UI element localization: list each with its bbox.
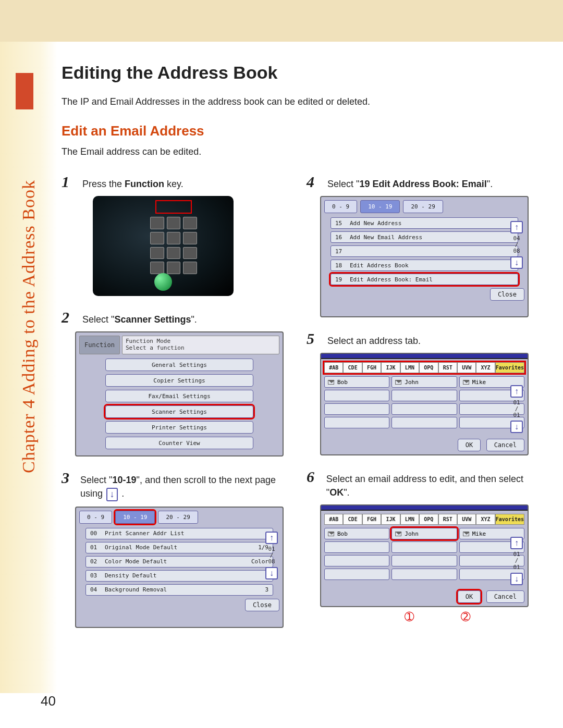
intro-paragraph-2: The Email address can be edited. — [62, 146, 536, 157]
option-copier-settings[interactable]: Copier Settings — [105, 374, 253, 387]
mail-icon — [463, 532, 469, 536]
mail-icon — [328, 380, 334, 385]
list-row[interactable]: 16Add New Email Address — [331, 231, 518, 243]
option-general-settings[interactable]: General Settings — [105, 359, 253, 371]
tab-xyz[interactable]: XYZ — [476, 514, 495, 525]
tab-uvw[interactable]: UVW — [457, 362, 476, 373]
address-entry[interactable]: John — [391, 376, 457, 388]
scroll-up-icon[interactable]: ↑ — [265, 532, 278, 544]
address-tabs-row[interactable]: #AB CDE FGH IJK LMN OPQ RST UVW XYZ Favo… — [324, 362, 524, 373]
scroll-down-icon[interactable]: ↓ — [510, 421, 523, 433]
step-2-number: 2 — [62, 309, 75, 326]
tab-20-29[interactable]: 20 - 29 — [403, 200, 443, 213]
mail-icon — [463, 380, 469, 385]
cancel-button[interactable]: Cancel — [486, 590, 524, 603]
scroll-down-icon[interactable]: ↓ — [510, 573, 523, 585]
tab-favorites[interactable]: Favorites — [495, 514, 524, 525]
tab-favorites[interactable]: Favorites — [495, 362, 524, 373]
section-heading: Edit an Email Address — [62, 123, 536, 139]
scroll-down-icon: ↓ — [106, 488, 118, 501]
scroll-down-icon[interactable]: ↓ — [510, 256, 523, 269]
tab-cde[interactable]: CDE — [343, 514, 362, 525]
ok-button[interactable]: OK — [458, 439, 481, 451]
tab-0-9[interactable]: 0 - 9 — [79, 511, 112, 524]
address-tab-panel: #AB CDE FGH IJK LMN OPQ RST UVW XYZ Favo… — [320, 353, 529, 455]
tab-rst[interactable]: RST — [438, 514, 457, 525]
function-tab-label[interactable]: Function — [79, 336, 120, 354]
step-6-number: 6 — [307, 468, 319, 486]
list-row[interactable]: 02Color Mode DefaultColor — [85, 556, 273, 567]
function-mode-panel: Function Function Mode Select a function… — [75, 331, 284, 456]
address-tabs-row[interactable]: #AB CDE FGH IJK LMN OPQ RST UVW XYZ Favo… — [324, 514, 524, 525]
function-panel-title: Function Mode Select a function — [122, 336, 279, 354]
address-select-panel: #AB CDE FGH IJK LMN OPQ RST UVW XYZ Favo… — [320, 504, 529, 607]
list-row[interactable]: 18Edit Address Book — [331, 260, 518, 271]
tab-rst[interactable]: RST — [438, 362, 457, 373]
tab-xyz[interactable]: XYZ — [476, 362, 495, 373]
step-5: 5 Select an address tab. #AB CDE FGH IJK… — [307, 330, 531, 455]
tab-ab[interactable]: #AB — [324, 362, 343, 373]
tab-ijk[interactable]: IJK — [381, 514, 400, 525]
list-row[interactable]: 15Add New Address — [331, 217, 518, 229]
tab-uvw[interactable]: UVW — [457, 514, 476, 525]
step-3-text: Select "10-19", and then scroll to the n… — [80, 473, 286, 501]
list-row[interactable]: 17 — [331, 245, 518, 257]
tab-ijk[interactable]: IJK — [381, 362, 400, 373]
step-4-text: Select "19 Edit Address Book: Email". — [327, 177, 493, 191]
option-counter-view[interactable]: Counter View — [105, 437, 253, 449]
intro-paragraph-1: The IP and Email Addresses in the addres… — [62, 96, 536, 107]
tab-cde[interactable]: CDE — [343, 362, 362, 373]
scroll-down-icon[interactable]: ↓ — [265, 567, 278, 579]
address-entry[interactable]: Bob — [324, 376, 389, 388]
edit-address-book-panel: 0 - 9 10 - 19 20 - 29 15Add New Address … — [320, 196, 529, 317]
step-3: 3 Select "10-19", and then scroll to the… — [62, 469, 286, 627]
option-fax-email-settings[interactable]: Fax/Email Settings — [105, 390, 253, 402]
start-button-icon — [154, 273, 172, 291]
option-scanner-settings[interactable]: Scanner Settings — [105, 405, 253, 418]
list-row[interactable]: 00Print Scanner Addr List — [85, 528, 273, 539]
list-row[interactable]: 04Background Removal3 — [85, 584, 273, 596]
tab-10-19[interactable]: 10 - 19 — [360, 200, 400, 213]
close-button[interactable]: Close — [490, 288, 524, 301]
tab-lmn[interactable]: LMN — [400, 514, 419, 525]
step-5-text: Select an address tab. — [327, 334, 421, 348]
option-printer-settings[interactable]: Printer Settings — [105, 421, 253, 434]
tab-fgh[interactable]: FGH — [362, 362, 381, 373]
close-button[interactable]: Close — [245, 599, 279, 611]
step-6: 6 Select an email address to edit, and t… — [307, 468, 531, 607]
chapter-side-label: Chapter 4 Adding to the Address Book — [19, 82, 40, 473]
tab-20-29[interactable]: 20 - 29 — [158, 511, 198, 524]
ok-button[interactable]: OK — [458, 590, 481, 603]
step-3-number: 3 — [62, 469, 73, 487]
scroll-up-icon[interactable]: ↑ — [510, 537, 523, 549]
mail-icon — [395, 380, 401, 385]
tab-0-9[interactable]: 0 - 9 — [324, 200, 357, 213]
scroll-position-label: 01/01 — [513, 551, 520, 570]
function-key-highlight — [155, 200, 192, 214]
mail-icon — [328, 532, 334, 536]
row-edit-address-book-email[interactable]: 19Edit Address Book: Email — [331, 274, 518, 285]
tab-10-19[interactable]: 10 - 19 — [115, 511, 155, 524]
top-band — [0, 0, 563, 42]
scanner-settings-panel: 0 - 9 10 - 19 20 - 29 00Print Scanner Ad… — [75, 507, 284, 628]
tab-fgh[interactable]: FGH — [362, 514, 381, 525]
step-4: 4 Select "19 Edit Address Book: Email". … — [307, 173, 531, 317]
callout-1-icon: ➀ — [405, 610, 414, 624]
scroll-up-icon[interactable]: ↑ — [510, 221, 523, 233]
scroll-up-icon[interactable]: ↑ — [510, 385, 523, 398]
tab-opq[interactable]: OPQ — [419, 514, 438, 525]
scroll-position-label: 01/01 — [513, 400, 520, 418]
address-entry[interactable]: Bob — [324, 528, 389, 539]
tab-opq[interactable]: OPQ — [419, 362, 438, 373]
address-entry[interactable]: John — [391, 528, 457, 539]
tab-lmn[interactable]: LMN — [400, 362, 419, 373]
step-2-text: Select "Scanner Settings". — [82, 313, 197, 326]
step-6-text: Select an email address to edit, and the… — [326, 472, 531, 499]
list-row[interactable]: 03Density Default0 — [85, 570, 273, 582]
step-2: 2 Select "Scanner Settings". Function Fu… — [62, 309, 286, 456]
cancel-button[interactable]: Cancel — [486, 439, 524, 451]
tab-ab[interactable]: #AB — [324, 514, 343, 525]
step-5-number: 5 — [307, 330, 320, 348]
list-row[interactable]: 01Original Mode Default1/9 — [85, 542, 273, 553]
step-4-number: 4 — [307, 173, 320, 191]
